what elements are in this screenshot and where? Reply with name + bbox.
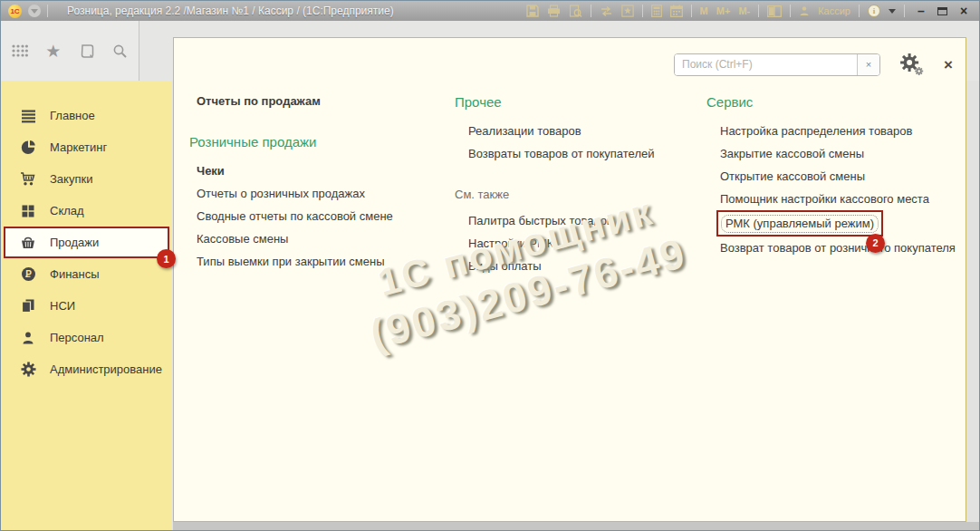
sidebar-item-label: Финансы <box>50 267 100 281</box>
menu-column-reports: Отчеты по продажам Розничные продажи Чек… <box>189 92 450 273</box>
close-button[interactable]: × <box>956 3 972 19</box>
section-menu-panel: × × Отчеты по продажам Розничные продажи… <box>173 37 966 522</box>
app-body: ★ Главное Маркетинг <box>1 21 979 530</box>
search-input[interactable] <box>675 54 857 75</box>
chevron-down-icon <box>31 9 38 14</box>
separator <box>758 5 759 17</box>
separator <box>691 5 692 17</box>
section-heading-servis: Сервис <box>706 92 971 112</box>
separator <box>591 5 591 17</box>
menu-link[interactable]: Реализации товаров <box>455 120 697 142</box>
sidebar-item-label: Администрирование <box>50 362 162 376</box>
svg-text:P: P <box>25 269 32 279</box>
person-icon <box>20 331 36 345</box>
history-icon[interactable] <box>79 43 95 59</box>
menu-link[interactable]: Отчеты о розничных продажах <box>189 182 450 205</box>
menu-link[interactable]: Сводные отчеты по кассовой смене <box>189 205 450 227</box>
titlebar-toolbar: M M+ M- Кассир i – × <box>526 3 972 19</box>
calculator-icon[interactable] <box>651 5 662 17</box>
sidebar-item-label: Персонал <box>50 331 104 344</box>
menu-link-label: РМК (управляемый режим) <box>721 215 879 233</box>
sidebar-item-personal[interactable]: Персонал <box>1 322 172 353</box>
sidebar-item-prodazhi[interactable]: Продажи 1 <box>4 227 169 258</box>
menu-link[interactable]: Открытие кассовой смены <box>706 165 971 188</box>
separator <box>904 5 905 17</box>
sidebar-item-label: Закупки <box>50 172 92 186</box>
app-window: 1С Розница, редакция 2.2 /Магазин №1 / К… <box>0 0 980 531</box>
panel-close-button[interactable]: × <box>944 57 953 72</box>
menu-link[interactable]: Настройка распределения товаров <box>706 120 971 142</box>
user-icon <box>799 5 810 16</box>
print-preview-icon[interactable] <box>569 5 582 18</box>
sidebar-item-label: Склад <box>50 204 84 217</box>
sidebar-item-label: Продажи <box>50 236 99 249</box>
menu-link[interactable]: Типы выемки при закрытии смены <box>189 250 450 273</box>
star-icon[interactable]: ★ <box>45 43 61 60</box>
sidebar-item-administrirovanie[interactable]: Администрирование <box>1 353 172 385</box>
basket-icon <box>20 235 36 250</box>
menu-link[interactable]: Настройки РМК <box>455 232 697 255</box>
maximize-button[interactable] <box>937 7 947 15</box>
favorites-box-icon[interactable] <box>621 5 634 17</box>
section-heading-prochee: Прочее <box>455 92 697 112</box>
gear-icon <box>20 362 36 377</box>
settings-gears-icon[interactable] <box>898 53 926 76</box>
cart-icon <box>20 171 36 187</box>
menu-link[interactable]: Закрытие кассовой смены <box>706 142 971 165</box>
memory-plus-button[interactable]: M+ <box>716 5 731 16</box>
sidebar-item-glavnoe[interactable]: Главное <box>1 100 172 131</box>
print-icon[interactable] <box>547 5 561 17</box>
sidebar-item-finansy[interactable]: P Финансы <box>1 258 172 290</box>
sidebar-item-sklad[interactable]: Склад <box>1 195 172 227</box>
menu-link[interactable]: Помощник настройки кассового места <box>706 188 971 210</box>
system-menu-button[interactable] <box>28 5 41 17</box>
menu-link-otchety-po-prodazham[interactable]: Отчеты по продажам <box>189 92 450 111</box>
sidebar-item-label: Главное <box>50 109 95 122</box>
titlebar: 1С Розница, редакция 2.2 /Магазин №1 / К… <box>1 1 979 21</box>
menu-link-rmk-upravlyaemyi-rezhim[interactable]: РМК (управляемый режим) 2 <box>716 210 883 237</box>
menu-link[interactable]: Виды оплаты <box>455 255 697 277</box>
menu-link[interactable]: Кассовые смены <box>189 227 450 250</box>
memory-minus-button[interactable]: M- <box>738 5 750 16</box>
calendar-icon[interactable] <box>670 5 683 17</box>
catalogs-icon <box>20 298 36 314</box>
section-heading-sm-takzhe: См. также <box>455 183 697 206</box>
ruble-icon: P <box>20 266 36 282</box>
menu-row-rmk: РМК (управляемый режим) 2 <box>706 210 971 237</box>
chevron-down-icon[interactable] <box>889 9 896 14</box>
minimize-button[interactable]: – <box>913 3 929 19</box>
info-icon[interactable]: i <box>868 5 880 17</box>
current-user-label[interactable]: Кассир <box>818 5 850 16</box>
split-window-icon[interactable] <box>767 5 782 17</box>
menu-column-prochee: Прочее Реализации товаров Возвраты товар… <box>455 92 697 277</box>
menu-link[interactable]: Возврат товаров от розничного покупателя <box>706 237 971 259</box>
save-icon[interactable] <box>526 5 539 17</box>
menu-link[interactable]: Возвраты товаров от покупателей <box>455 142 697 165</box>
sidebar-item-label: НСИ <box>50 299 75 313</box>
separator <box>47 5 48 17</box>
grid-squares-icon <box>20 204 36 218</box>
memory-button[interactable]: M <box>700 5 708 16</box>
navigate-arrows-icon[interactable] <box>600 5 613 17</box>
sidebar-item-nsi[interactable]: НСИ <box>1 290 172 322</box>
section-heading-roznichnye-prodazhi: Розничные продажи <box>189 132 450 152</box>
search-icon[interactable] <box>112 43 128 59</box>
sidebar-item-zakupki[interactable]: Закупки <box>1 163 172 195</box>
search-clear-button[interactable]: × <box>857 54 879 75</box>
app-logo-icon[interactable]: 1С <box>8 5 22 18</box>
menu-link-cheki[interactable]: Чеки <box>189 159 450 182</box>
sidebar-item-marketing[interactable]: Маркетинг <box>1 131 172 163</box>
maximize-icon <box>937 7 947 15</box>
separator <box>790 5 791 17</box>
pie-chart-icon <box>20 140 36 155</box>
sections-sidebar: Главное Маркетинг Закупки Склад <box>1 81 172 530</box>
search-box: × <box>674 53 880 76</box>
annotation-badge-1: 1 <box>157 249 176 268</box>
menu-lines-icon <box>20 109 36 123</box>
menu-link[interactable]: Палитра быстрых товаров <box>455 209 697 232</box>
separator <box>859 5 860 17</box>
apps-grid-icon[interactable] <box>12 44 28 57</box>
panel-toolbar: ★ <box>1 21 139 81</box>
panel-header: × × <box>674 53 953 76</box>
annotation-badge-2: 2 <box>866 234 885 253</box>
